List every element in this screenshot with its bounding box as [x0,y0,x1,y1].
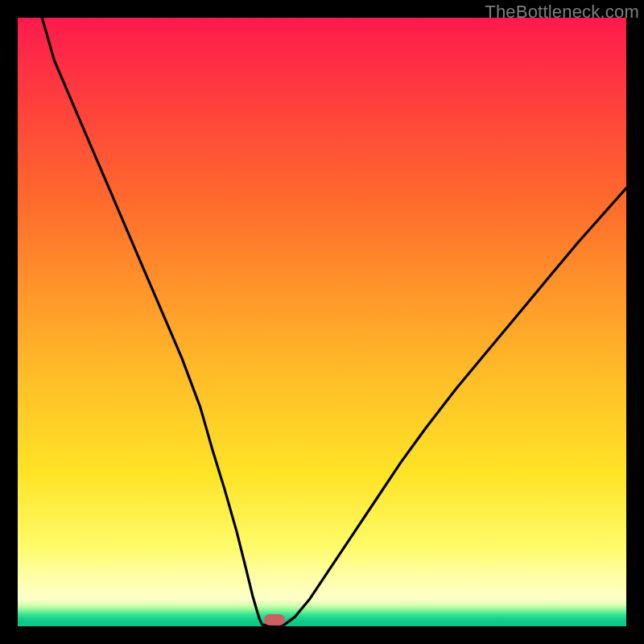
watermark-text: TheBottleneck.com [485,2,639,23]
plot-area [18,18,626,626]
bottleneck-curve [18,18,626,626]
curve-path [42,18,626,625]
chart-frame: TheBottleneck.com [0,0,644,644]
optimum-marker [264,614,285,625]
